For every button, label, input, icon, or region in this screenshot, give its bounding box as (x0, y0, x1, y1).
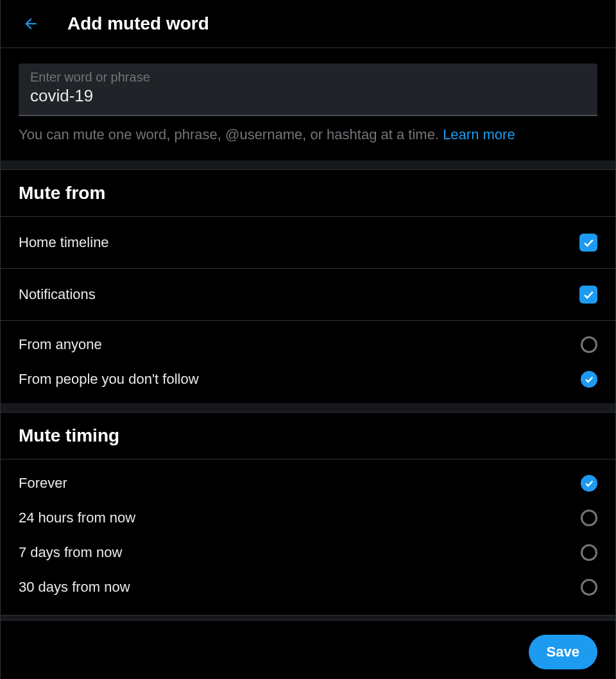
30-days-radio[interactable] (581, 579, 597, 596)
forever-row[interactable]: Forever (1, 466, 615, 501)
learn-more-link[interactable]: Learn more (443, 126, 515, 142)
from-non-followed-row[interactable]: From people you don't follow (1, 362, 615, 397)
home-timeline-row[interactable]: Home timeline (1, 216, 615, 268)
muted-word-input-container[interactable]: Enter word or phrase (19, 64, 597, 116)
mute-timing-radio-group: Forever 24 hours from now 7 days from no… (1, 459, 615, 615)
header: Add muted word (1, 0, 615, 47)
mute-timing-heading: Mute timing (1, 413, 615, 459)
7-days-label: 7 days from now (19, 544, 122, 561)
24-hours-label: 24 hours from now (19, 510, 135, 526)
7-days-radio[interactable] (581, 544, 597, 561)
check-icon (584, 374, 594, 384)
input-section: Enter word or phrase You can mute one wo… (1, 48, 615, 160)
7-days-row[interactable]: 7 days from now (1, 535, 615, 570)
from-anyone-label: From anyone (19, 336, 102, 353)
section-divider (1, 160, 615, 169)
check-icon (582, 236, 595, 249)
mute-from-heading: Mute from (1, 170, 615, 216)
24-hours-radio[interactable] (581, 510, 597, 526)
muted-word-input[interactable] (30, 86, 586, 106)
save-button[interactable]: Save (529, 635, 597, 669)
from-anyone-row[interactable]: From anyone (1, 327, 615, 362)
section-divider (1, 615, 615, 620)
help-text-content: You can mute one word, phrase, @username… (19, 126, 443, 142)
section-divider (1, 403, 615, 412)
notifications-label: Notifications (19, 286, 96, 303)
notification-scope-radio-group: From anyone From people you don't follow (1, 320, 615, 403)
forever-label: Forever (19, 475, 67, 492)
input-label: Enter word or phrase (30, 70, 586, 85)
back-arrow-icon (22, 15, 39, 32)
mute-timing-section: Mute timing Forever 24 hours from now 7 … (1, 412, 615, 615)
notifications-checkbox[interactable] (579, 286, 597, 304)
back-button[interactable] (19, 12, 43, 36)
30-days-row[interactable]: 30 days from now (1, 570, 615, 605)
help-text: You can mute one word, phrase, @username… (19, 125, 597, 145)
from-non-followed-label: From people you don't follow (19, 371, 199, 388)
from-non-followed-radio[interactable] (581, 371, 597, 388)
home-timeline-checkbox[interactable] (579, 234, 597, 252)
notifications-row[interactable]: Notifications (1, 268, 615, 320)
check-icon (584, 478, 594, 488)
save-section: Save (1, 620, 615, 679)
page-title: Add muted word (67, 13, 209, 34)
check-icon (582, 288, 595, 301)
home-timeline-label: Home timeline (19, 234, 109, 251)
from-anyone-radio[interactable] (581, 336, 597, 353)
forever-radio[interactable] (581, 475, 597, 492)
30-days-label: 30 days from now (19, 579, 130, 596)
mute-from-section: Mute from Home timeline Notifications Fr… (1, 169, 615, 403)
24-hours-row[interactable]: 24 hours from now (1, 501, 615, 535)
